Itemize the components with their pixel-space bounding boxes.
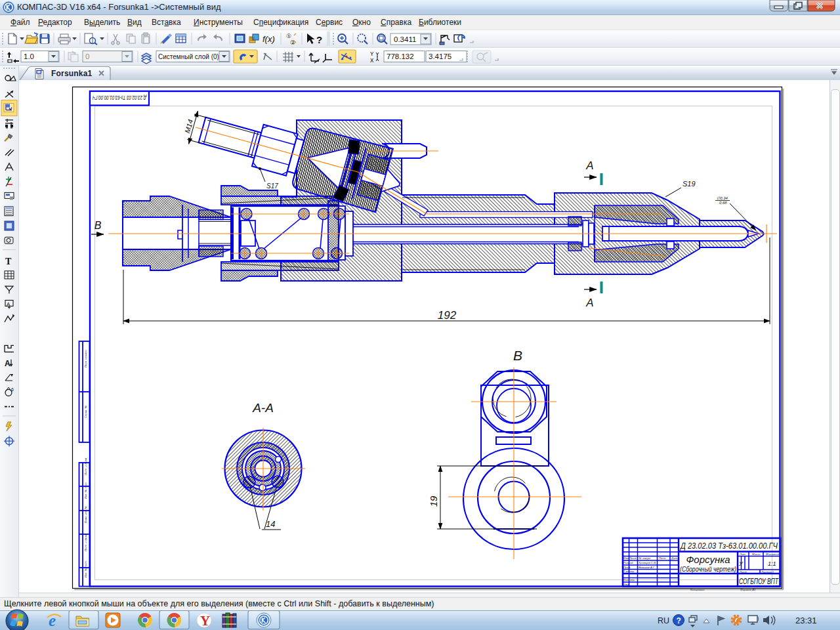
svg-text:1:1: 1:1	[768, 560, 776, 567]
svg-text:Системный слой (0): Системный слой (0)	[158, 53, 219, 60]
svg-text:②: ②	[290, 39, 295, 46]
svg-text:СОГБПОУ ВПТ: СОГБПОУ ВПТ	[739, 576, 779, 586]
svg-text:∅0,34: ∅0,34	[717, 196, 728, 200]
svg-text:Инв. № подл.: Инв. № подл.	[84, 560, 87, 578]
svg-text:?: ?	[316, 34, 322, 45]
svg-text:А: А	[585, 297, 593, 309]
svg-text:Д 23.02.03 Тз-63.01.00.00.ГЧ: Д 23.02.03 Тз-63.01.00.00.ГЧ	[679, 541, 778, 551]
svg-text:192: 192	[438, 309, 457, 322]
svg-text:Листов 1: Листов 1	[761, 570, 774, 574]
svg-text:№ докум.: № докум.	[639, 556, 651, 560]
svg-text:В: В	[513, 348, 522, 363]
svg-text:Инв. № дубл.: Инв. № дубл.	[84, 482, 87, 499]
svg-text:Пров.: Пров.	[623, 566, 631, 569]
svg-text:778.132: 778.132	[387, 52, 414, 60]
svg-text:Y: Y	[370, 51, 374, 58]
svg-text:Подп.: Подп.	[659, 556, 666, 560]
svg-text:Форсунка: Форсунка	[686, 554, 730, 565]
svg-text:19: 19	[428, 495, 439, 507]
svg-text:?: ?	[677, 616, 681, 625]
svg-text:Масса: Масса	[752, 553, 761, 556]
svg-text:Масштаб: Масштаб	[766, 553, 780, 556]
svg-text:6: 6	[11, 387, 14, 392]
svg-text:Лист: Лист	[739, 570, 747, 574]
svg-text:14: 14	[266, 519, 275, 529]
svg-text:Forsunka1: Forsunka1	[51, 69, 93, 78]
svg-text:Перв. примен.: Перв. примен.	[84, 349, 87, 368]
svg-text:0.3411: 0.3411	[394, 35, 416, 43]
svg-text:RU: RU	[658, 616, 669, 625]
svg-text:0: 0	[85, 52, 89, 60]
svg-text:Н.контр.: Н.контр.	[623, 578, 635, 581]
svg-text:Подп. и дата: Подп. и дата	[84, 534, 87, 551]
svg-text:Справ. №: Справ. №	[84, 406, 87, 418]
svg-text:Утв.: Утв.	[623, 583, 630, 586]
svg-text:T: T	[5, 257, 12, 266]
svg-text:f(x): f(x)	[262, 34, 275, 44]
svg-text:1.0: 1.0	[24, 52, 34, 60]
svg-text:3.4175: 3.4175	[429, 52, 452, 60]
svg-text:Y: Y	[200, 613, 210, 629]
svg-text:Лит.: Лит.	[739, 553, 746, 556]
svg-text:Храмцов С.В.: Храмцов С.В.	[638, 561, 656, 564]
svg-text:Разраб.: Разраб.	[623, 561, 634, 564]
svg-text:Формат А1: Формат А1	[740, 588, 756, 591]
svg-text:S17: S17	[266, 182, 278, 190]
svg-text:Дата: Дата	[671, 556, 679, 560]
svg-text:Взам. инв. №: Взам. инв. №	[84, 506, 87, 523]
svg-text:Копировал: Копировал	[690, 588, 705, 591]
svg-text:①: ①	[286, 33, 291, 39]
svg-text:Изм.Лист: Изм.Лист	[623, 556, 637, 560]
svg-text:S19: S19	[682, 180, 696, 188]
svg-text:23:31: 23:31	[795, 616, 817, 625]
svg-text:0,68: 0,68	[719, 201, 727, 205]
svg-text:X: X	[370, 58, 374, 64]
svg-text:А: А	[585, 159, 593, 172]
svg-text:Подп. и дата: Подп. и дата	[84, 457, 87, 475]
svg-text:A: A	[7, 301, 10, 307]
svg-text:A: A	[5, 359, 10, 368]
svg-text:Д 23.02.03 Тз-63.01.00.00.ГЧ: Д 23.02.03 Тз-63.01.00.00.ГЧ	[92, 94, 146, 101]
svg-text:(Сборочный чертеж): (Сборочный чертеж)	[680, 565, 736, 573]
svg-text:Т.контр.: Т.контр.	[623, 570, 635, 573]
svg-text:В: В	[94, 220, 102, 231]
svg-text:Новиков А.Г.: Новиков А.Г.	[639, 566, 655, 569]
svg-text:А-А: А-А	[252, 401, 274, 415]
